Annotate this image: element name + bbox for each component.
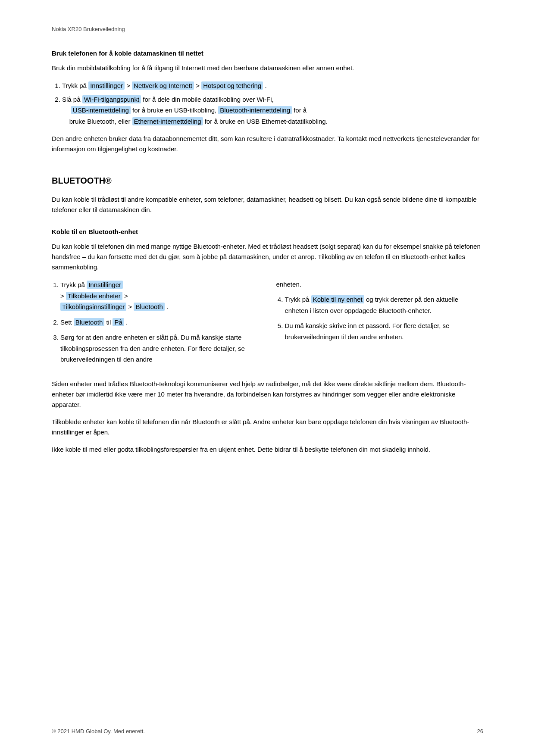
section1-note: Den andre enheten bruker data fra dataab… (52, 134, 483, 154)
bluetooth-steps-right: enheten. Trykk på Koble til ny enhet og … (276, 279, 484, 372)
step1-text-mid1: > (126, 82, 132, 89)
bt-step1-h4: Bluetooth (134, 303, 164, 311)
bluetooth-para2: Tilkoblede enheter kan koble til telefon… (52, 417, 483, 437)
bt-step1-h2: Tilkoblede enheter (66, 292, 122, 300)
page-footer: © 2021 HMD Global Oy. Med enerett. 26 (52, 728, 483, 734)
bluetooth-steps-columns: Trykk på Innstillinger > Tilkoblede enhe… (52, 279, 483, 372)
step1-text-mid2: > (196, 82, 201, 89)
bluetooth-steps-left: Trykk på Innstillinger > Tilkoblede enhe… (52, 279, 259, 372)
step1-highlight2: Nettverk og Internett (132, 81, 194, 90)
bt-step2-before: Sett (60, 319, 74, 326)
bt-step2: Sett Bluetooth til På . (60, 317, 259, 328)
bluetooth-para1: Siden enheter med trådløs Bluetooth-tekn… (52, 379, 483, 410)
bt-step1-before: Trykk på (60, 281, 87, 288)
bluetooth-subintro: Du kan koble til telefonen din med mange… (52, 241, 483, 272)
step2-text-before: Slå på (62, 96, 82, 103)
bluetooth-intro: Du kan koble til trådløst til andre komp… (52, 194, 483, 215)
bt-step2-after: . (126, 319, 128, 326)
page-header: Nokia XR20 Brukerveiledning (52, 26, 483, 32)
bt-step2-h2: På (113, 318, 124, 326)
bt-step2-h1: Bluetooth (74, 318, 104, 326)
bt-step5: Du må kanskje skrive inn et passord. For… (285, 320, 484, 342)
step2-highlight3: Bluetooth-internettdeling (218, 106, 292, 114)
bt-step1-h3: Tilkoblingsinnstillinger (60, 303, 126, 311)
section1-intro: Bruk din mobildatatilkobling for å få ti… (52, 63, 483, 73)
step1-highlight1: Innstillinger (88, 81, 125, 90)
bt-step3: Sørg for at den andre enheten er slått p… (60, 332, 259, 365)
page-header-title: Nokia XR20 Brukerveiledning (52, 26, 125, 32)
bt-right-continuation: enheten. (276, 279, 484, 290)
step1-highlight3: Hotspot og tethering (201, 81, 263, 90)
bluetooth-heading: BLUETOOTH® (52, 176, 483, 186)
bt-step1-mid1: > (60, 292, 66, 300)
bt-step4: Trykk på Koble til ny enhet og trykk der… (285, 294, 484, 316)
step2-highlight4: Ethernet-internettdeling (132, 117, 203, 125)
bt-step1-after: . (166, 303, 168, 310)
section1-heading: Bruk telefonen for å koble datamaskinen … (52, 50, 483, 57)
bt-step1-mid2: > (124, 292, 128, 300)
bt-step1-h1: Innstillinger (87, 281, 123, 289)
step2-text-after: for å bruke en USB Ethernet-datatilkobli… (205, 118, 328, 125)
step2-text-mid2: for å bruke en USB-tilkobling, (132, 106, 218, 114)
footer-page-number: 26 (477, 728, 483, 734)
step1-text-after: . (265, 82, 266, 89)
bt-step2-mid1: til (106, 319, 113, 326)
bt-step1-mid3: > (128, 303, 134, 310)
section1-step2: Slå på Wi-Fi-tilgangspunkt for å dele di… (62, 94, 483, 127)
step2-highlight2: USB-internettdeling (71, 106, 131, 114)
section1-step1: Trykk på Innstillinger > Nettverk og Int… (62, 80, 483, 91)
bt-step5-text: Du må kanskje skrive inn et passord. For… (285, 322, 450, 341)
step2-highlight1: Wi-Fi-tilgangspunkt (82, 95, 141, 103)
bluetooth-right-list: Trykk på Koble til ny enhet og trykk der… (276, 294, 484, 342)
section1-steps: Trykk på Innstillinger > Nettverk og Int… (52, 80, 483, 127)
bt-step3-text: Sørg for at den andre enheten er slått p… (60, 334, 245, 363)
bluetooth-subheading: Koble til en Bluetooth-enhet (52, 228, 483, 235)
bluetooth-para3: Ikke koble til med eller godta tilkoblin… (52, 444, 483, 455)
bt-step1: Trykk på Innstillinger > Tilkoblede enhe… (60, 279, 259, 312)
bt-step4-h1: Koble til ny enhet (311, 295, 364, 303)
bt-step4-before: Trykk på (285, 296, 311, 303)
bluetooth-left-list: Trykk på Innstillinger > Tilkoblede enhe… (52, 279, 259, 365)
step1-text-before: Trykk på (62, 82, 88, 89)
footer-copyright: © 2021 HMD Global Oy. Med enerett. (52, 728, 145, 734)
